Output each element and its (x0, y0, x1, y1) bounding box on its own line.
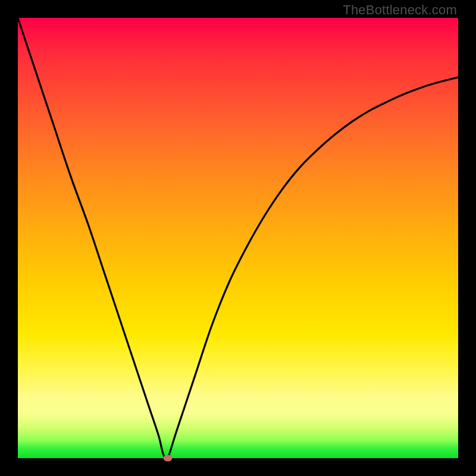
watermark-text: TheBottleneck.com (343, 2, 457, 18)
optimum-marker (163, 455, 172, 462)
chart-frame: TheBottleneck.com (0, 0, 476, 476)
plot-area (18, 18, 458, 458)
bottleneck-curve (18, 18, 458, 458)
